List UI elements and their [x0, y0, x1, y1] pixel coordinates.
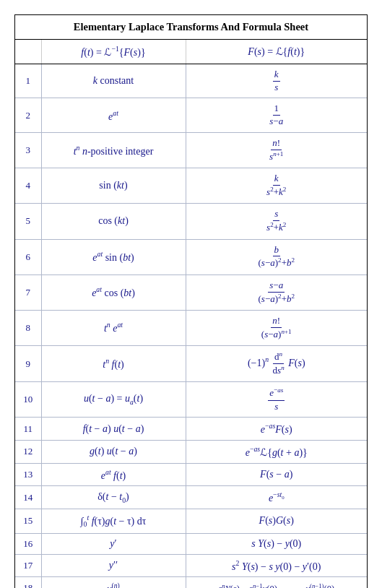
row-ft: cos (kt): [41, 204, 186, 239]
row-fs: s s2+k2: [186, 204, 367, 239]
table-row: 17 y′′ s2 Y(s) − s y(0) − y′(0): [15, 554, 367, 577]
row-number: 4: [15, 168, 41, 204]
table-row: 2 eat 1 s−a: [15, 98, 367, 133]
row-fs: n! (s−a)n+1: [186, 310, 367, 345]
table-title: Elementary Laplace Transforms And Formul…: [74, 21, 308, 33]
row-number: 9: [15, 345, 41, 381]
row-number: 14: [15, 486, 41, 509]
row-number: 3: [15, 133, 41, 168]
table-row: 9 tn f(t) (−1)n dn dsn F(s): [15, 345, 367, 381]
row-number: 2: [15, 98, 41, 133]
table-row: 4 sin (kt) k s2+k2: [15, 168, 367, 204]
row-ft: eat sin (bt): [41, 239, 186, 274]
table-row: 5 cos (kt) s s2+k2: [15, 204, 367, 239]
row-number: 8: [15, 310, 41, 345]
row-ft: k constant: [41, 64, 186, 98]
row-fs: F(s)G(s): [186, 509, 367, 533]
row-number: 6: [15, 239, 41, 274]
table-row: 13 eat f(t) F(s − a): [15, 463, 367, 486]
table-row: 1 k constant k s: [15, 64, 367, 98]
row-fs: e−as s: [186, 382, 367, 418]
row-number: 10: [15, 382, 41, 418]
row-number: 12: [15, 441, 41, 464]
row-number: 7: [15, 274, 41, 310]
row-ft: f(t − a) u(t − a): [41, 418, 186, 441]
row-number: 15: [15, 509, 41, 533]
row-fs: e−asℒ{g(t + a)}: [186, 441, 367, 464]
row-fs: (−1)n dn dsn F(s): [186, 345, 367, 381]
row-fs: k s: [186, 64, 367, 98]
main-table: Elementary Laplace Transforms And Formul…: [14, 14, 368, 588]
header-row: f(t) = ℒ−1{F(s)} F(s) = ℒ{f(t)}: [15, 40, 367, 64]
row-fs: s−a (s−a)2+b2: [186, 274, 367, 310]
table-row: 18 y(n) snY(s) − sn−1y(0) − ⋯ − y(n−1)(0…: [15, 577, 367, 588]
row-fs: snY(s) − sn−1y(0) − ⋯ − y(n−1)(0): [186, 577, 367, 588]
table-row: 11 f(t − a) u(t − a) e−asF(s): [15, 418, 367, 441]
table-row: 15 ∫0t f(τ)g(t − τ) dτ F(s)G(s): [15, 509, 367, 533]
row-ft: g(t) u(t − a): [41, 441, 186, 464]
header-col1: [15, 40, 41, 64]
row-number: 5: [15, 204, 41, 239]
row-ft: eat f(t): [41, 463, 186, 486]
header-col3: F(s) = ℒ{f(t)}: [186, 40, 367, 64]
row-fs: e−asF(s): [186, 418, 367, 441]
row-fs: F(s − a): [186, 463, 367, 486]
row-fs: e−st0: [186, 486, 367, 509]
row-number: 16: [15, 533, 41, 554]
row-ft: δ(t − t0): [41, 486, 186, 509]
table-row: 10 u(t − a) = ua(t) e−as s: [15, 382, 367, 418]
row-ft: y(n): [41, 577, 186, 588]
table-row: 3 tn n-positive integer n! sn+1: [15, 133, 367, 168]
row-fs: s Y(s) − y(0): [186, 533, 367, 554]
row-ft: ∫0t f(τ)g(t − τ) dτ: [41, 509, 186, 533]
row-ft: y′′: [41, 554, 186, 577]
row-fs: 1 s−a: [186, 98, 367, 133]
table-row: 7 eat cos (bt) s−a (s−a)2+b2: [15, 274, 367, 310]
row-ft: tn n-positive integer: [41, 133, 186, 168]
row-number: 18: [15, 577, 41, 588]
row-fs: k s2+k2: [186, 168, 367, 204]
row-ft: u(t − a) = ua(t): [41, 382, 186, 418]
row-fs: b (s−a)2+b2: [186, 239, 367, 274]
title-row: Elementary Laplace Transforms And Formul…: [15, 15, 367, 40]
row-number: 13: [15, 463, 41, 486]
table-row: 12 g(t) u(t − a) e−asℒ{g(t + a)}: [15, 441, 367, 464]
row-number: 1: [15, 64, 41, 98]
row-ft: sin (kt): [41, 168, 186, 204]
row-number: 11: [15, 418, 41, 441]
row-number: 17: [15, 554, 41, 577]
row-fs: s2 Y(s) − s y(0) − y′(0): [186, 554, 367, 577]
table-row: 16 y′ s Y(s) − y(0): [15, 533, 367, 554]
table-row: 6 eat sin (bt) b (s−a)2+b2: [15, 239, 367, 274]
row-ft: tn eat: [41, 310, 186, 345]
row-ft: tn f(t): [41, 345, 186, 381]
header-col2: f(t) = ℒ−1{F(s)}: [41, 40, 186, 64]
row-ft: eat: [41, 98, 186, 133]
table-row: 8 tn eat n! (s−a)n+1: [15, 310, 367, 345]
row-ft: eat cos (bt): [41, 274, 186, 310]
table-row: 14 δ(t − t0) e−st0: [15, 486, 367, 509]
row-fs: n! sn+1: [186, 133, 367, 168]
row-ft: y′: [41, 533, 186, 554]
